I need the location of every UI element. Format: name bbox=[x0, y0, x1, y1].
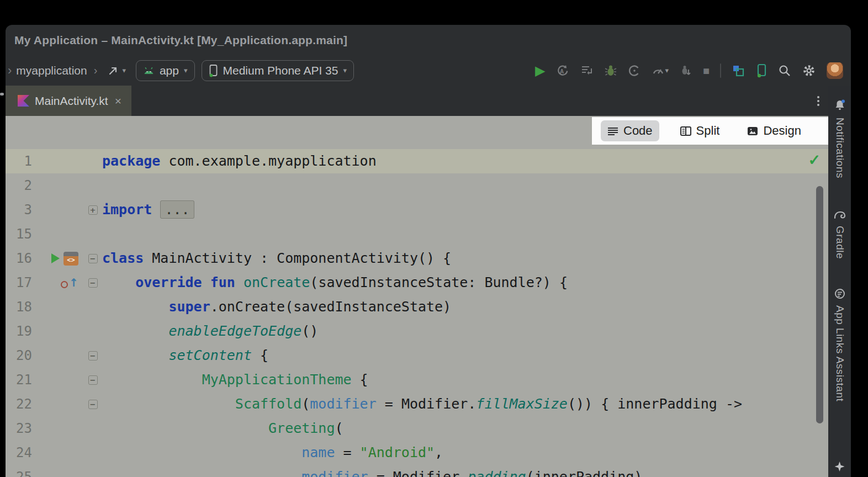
code-text[interactable]: Greeting( bbox=[100, 416, 343, 441]
code-line-1[interactable]: 1package com.example.myapplication bbox=[6, 149, 828, 173]
code-text[interactable]: override fun onCreate(savedInstanceState… bbox=[100, 271, 568, 295]
code-text[interactable]: package com.example.myapplication bbox=[100, 149, 377, 173]
line-number[interactable]: 24 bbox=[6, 441, 32, 465]
profile-app-button[interactable] bbox=[628, 64, 641, 77]
code-line-3[interactable]: 3+import ... bbox=[6, 198, 828, 222]
line-number[interactable]: 3 bbox=[6, 198, 32, 222]
code-line-25[interactable]: 25 modifier = Modifier.padding(innerPadd… bbox=[6, 465, 828, 477]
code-line-21[interactable]: 21− MyApplicationTheme { bbox=[6, 368, 828, 392]
line-number[interactable]: 15 bbox=[6, 222, 32, 246]
code-view-icon bbox=[607, 126, 618, 136]
line-number[interactable]: 20 bbox=[6, 343, 32, 368]
line-number[interactable]: 22 bbox=[6, 392, 32, 416]
fold-column: − bbox=[85, 278, 100, 288]
code-text[interactable]: class MainActivity : ComponentActivity()… bbox=[100, 246, 451, 271]
close-tab-icon[interactable]: × bbox=[114, 94, 123, 108]
device-select[interactable]: Medium Phone API 35 ▾ bbox=[202, 60, 354, 81]
app-links-button[interactable] bbox=[834, 288, 846, 300]
apply-changes-restart-button[interactable]: A bbox=[555, 64, 570, 77]
line-number[interactable]: 21 bbox=[6, 368, 32, 392]
code-text[interactable]: super.onCreate(savedInstanceState) bbox=[100, 295, 451, 319]
user-avatar[interactable] bbox=[827, 62, 843, 79]
vcs-branch-icon bbox=[107, 65, 119, 77]
toolbar-separator bbox=[720, 63, 721, 78]
apply-code-changes-icon bbox=[580, 64, 594, 77]
line-number[interactable]: 17 bbox=[6, 271, 32, 295]
code-editor[interactable]: Code Split bbox=[6, 116, 828, 477]
split-view-icon bbox=[680, 126, 691, 136]
toolbar-left: › myapplication › ▾ app bbox=[8, 60, 354, 81]
editor-scrollbar-thumb[interactable] bbox=[816, 186, 823, 423]
split-view-label: Split bbox=[696, 124, 720, 138]
search-everywhere-button[interactable] bbox=[778, 64, 791, 77]
stop-button[interactable]: ■ bbox=[703, 65, 710, 76]
line-number[interactable]: 2 bbox=[6, 173, 32, 198]
running-devices-button[interactable] bbox=[756, 63, 768, 78]
tab-options-icon[interactable] bbox=[817, 96, 828, 106]
android-icon bbox=[143, 67, 155, 75]
inspections-passed-icon[interactable]: ✓ bbox=[808, 151, 821, 169]
code-text[interactable]: modifier = Modifier.padding(innerPadding… bbox=[100, 465, 642, 477]
code-line-22[interactable]: 22− Scaffold(modifier = Modifier.fillMax… bbox=[6, 392, 828, 416]
design-view-button[interactable]: Design bbox=[740, 120, 807, 141]
vcs-widget[interactable]: ▾ bbox=[104, 62, 129, 79]
fold-toggle[interactable]: + bbox=[88, 205, 98, 215]
attach-debugger-button[interactable] bbox=[679, 64, 692, 77]
gradle-button[interactable] bbox=[833, 209, 846, 220]
profiler-menu-button[interactable]: ▾ bbox=[652, 64, 669, 77]
line-number[interactable]: 1 bbox=[6, 149, 32, 173]
layout-inspector-button[interactable] bbox=[732, 64, 746, 77]
settings-button[interactable] bbox=[802, 63, 816, 78]
code-text[interactable]: enableEdgeToEdge() bbox=[100, 319, 318, 343]
line-number[interactable]: 23 bbox=[6, 416, 32, 441]
code-line-18[interactable]: 18 super.onCreate(savedInstanceState) bbox=[6, 295, 828, 319]
code-line-2[interactable]: 2 bbox=[6, 173, 828, 198]
code-line-23[interactable]: 23 Greeting( bbox=[6, 416, 828, 441]
fold-toggle[interactable]: − bbox=[88, 400, 98, 409]
tab-mainactivity[interactable]: MainActivity.kt × bbox=[6, 86, 131, 116]
code-line-16[interactable]: 16<>−class MainActivity : ComponentActiv… bbox=[6, 246, 828, 271]
project-breadcrumb[interactable]: myapplication bbox=[16, 64, 87, 77]
code-line-19[interactable]: 19 enableEdgeToEdge() bbox=[6, 319, 828, 343]
run-class-icon[interactable] bbox=[51, 253, 60, 263]
split-view-button[interactable]: Split bbox=[674, 120, 727, 141]
apply-code-changes-button[interactable] bbox=[580, 64, 594, 77]
fold-column: − bbox=[85, 254, 100, 263]
line-number[interactable]: 25 bbox=[6, 465, 32, 477]
chevron-down-icon: ▾ bbox=[665, 66, 669, 75]
fold-toggle[interactable]: − bbox=[88, 375, 98, 385]
gemini-sparkle-icon[interactable] bbox=[835, 462, 845, 471]
line-number[interactable]: 18 bbox=[6, 295, 32, 319]
left-stripe-mark bbox=[0, 93, 4, 96]
overriding-method-icon[interactable]: ↑ bbox=[61, 277, 78, 288]
notifications-button[interactable] bbox=[834, 99, 846, 111]
run-config-select[interactable]: app ▾ bbox=[136, 60, 195, 81]
code-text[interactable]: MyApplicationTheme { bbox=[100, 368, 368, 392]
code-view-button[interactable]: Code bbox=[601, 120, 659, 141]
android-activity-icon[interactable]: <> bbox=[63, 252, 78, 266]
code-line-24[interactable]: 24 name = "Android", bbox=[6, 441, 828, 465]
run-button[interactable]: ▶ bbox=[535, 64, 545, 77]
code-line-20[interactable]: 20− setContent { bbox=[6, 343, 828, 368]
code-text[interactable]: setContent { bbox=[100, 343, 268, 368]
attach-debugger-icon bbox=[679, 64, 692, 77]
notifications-label[interactable]: Notifications bbox=[834, 118, 846, 178]
svg-text:A: A bbox=[560, 68, 564, 74]
screen: My Application – MainActivity.kt [My_App… bbox=[0, 0, 868, 477]
code-line-17[interactable]: 17↑− override fun onCreate(savedInstance… bbox=[6, 271, 828, 295]
fold-toggle[interactable]: − bbox=[88, 351, 98, 361]
debug-button[interactable] bbox=[604, 64, 617, 77]
code-line-15[interactable]: 15 bbox=[6, 222, 828, 246]
run-config-label: app bbox=[160, 64, 179, 77]
code-text[interactable]: name = "Android", bbox=[100, 441, 443, 465]
fold-toggle[interactable]: − bbox=[88, 278, 98, 288]
code-text[interactable]: import ... bbox=[100, 198, 194, 222]
line-number[interactable]: 16 bbox=[6, 246, 32, 271]
line-number[interactable]: 19 bbox=[6, 319, 32, 343]
gradle-label[interactable]: Gradle bbox=[834, 226, 846, 259]
fold-toggle[interactable]: − bbox=[88, 254, 98, 263]
gear-icon bbox=[802, 63, 816, 78]
code-text[interactable]: Scaffold(modifier = Modifier.fillMaxSize… bbox=[100, 392, 742, 416]
toolbar-actions: ▶ A bbox=[535, 62, 843, 79]
app-links-label[interactable]: App Links Assistant bbox=[834, 305, 846, 401]
